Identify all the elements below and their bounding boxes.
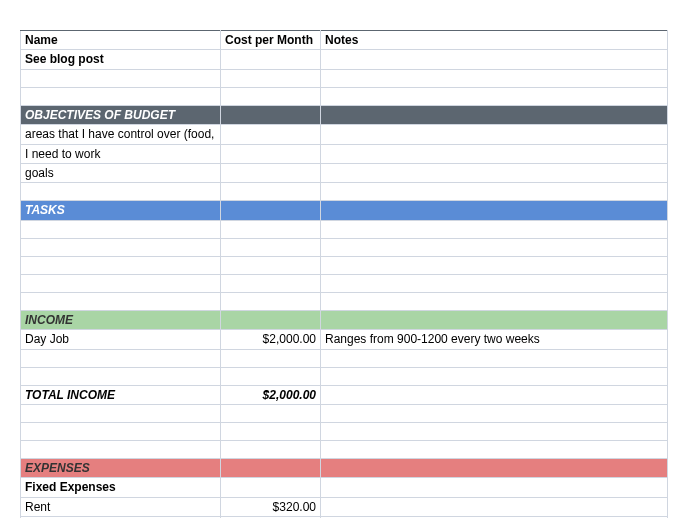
expenses-rent[interactable]: Rent $320.00 [21,497,668,516]
section-objectives-label: OBJECTIVES OF BUDGET [21,105,221,124]
cell-see-blog[interactable]: See blog post [21,50,221,69]
objectives-line2[interactable]: I need to work [21,144,668,163]
budget-spreadsheet[interactable]: Name Cost per Month Notes See blog post … [20,30,668,518]
income-total[interactable]: TOTAL INCOME $2,000.00 [21,385,668,404]
section-expenses: EXPENSES [21,458,668,477]
empty-row[interactable] [21,87,668,105]
empty-row[interactable] [21,238,668,256]
objectives-line1[interactable]: areas that I have control over (food, [21,125,668,144]
empty-row[interactable] [21,256,668,274]
income-dayjob[interactable]: Day Job $2,000.00 Ranges from 900-1200 e… [21,330,668,349]
header-name: Name [21,31,221,50]
empty-row[interactable] [21,220,668,238]
objectives-line3[interactable]: goals [21,163,668,182]
section-tasks: TASKS [21,201,668,220]
empty-row[interactable] [21,440,668,458]
row-see-blog[interactable]: See blog post [21,50,668,69]
empty-row[interactable] [21,292,668,310]
section-objectives: OBJECTIVES OF BUDGET [21,105,668,124]
empty-row[interactable] [21,183,668,201]
header-row: Name Cost per Month Notes [21,31,668,50]
expenses-fixed[interactable]: Fixed Expenses [21,478,668,497]
header-cost: Cost per Month [221,31,321,50]
empty-row[interactable] [21,422,668,440]
section-expenses-label: EXPENSES [21,458,221,477]
empty-row[interactable] [21,367,668,385]
header-notes: Notes [321,31,668,50]
empty-row[interactable] [21,69,668,87]
empty-row[interactable] [21,404,668,422]
section-income: INCOME [21,310,668,329]
section-tasks-label: TASKS [21,201,221,220]
empty-row[interactable] [21,349,668,367]
empty-row[interactable] [21,274,668,292]
section-income-label: INCOME [21,310,221,329]
